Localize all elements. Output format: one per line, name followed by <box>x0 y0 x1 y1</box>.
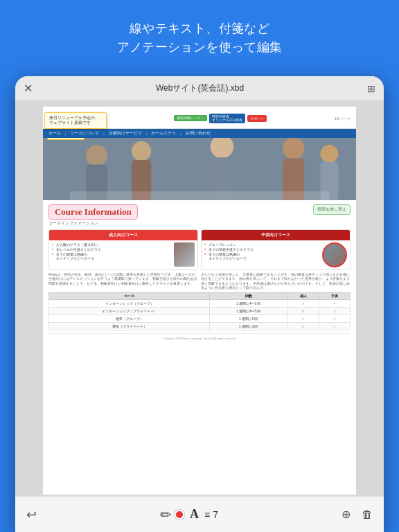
table-header-adult: 成人 <box>287 293 319 300</box>
child-list-item-1: グループレッスン <box>204 242 320 247</box>
table-cell-adult: ○ <box>287 308 319 315</box>
stamp-icon[interactable]: ⊕ <box>342 508 351 521</box>
screen-swap-annotation[interactable]: 画面を差し替え <box>313 204 351 215</box>
table-cell-child: ○ <box>319 315 350 323</box>
back-button[interactable]: ↩ <box>26 507 37 522</box>
adult-course-header: 成人向けコース <box>49 230 197 240</box>
table-row: 通常（グループ） 1 週間に5 回 ○ ○ <box>48 315 350 323</box>
close-button[interactable]: ✕ <box>24 82 33 95</box>
penta-bonus-button[interactable]: PENTA特典 オリジナルCD+特典 <box>209 114 245 123</box>
pen-icon[interactable]: ✏ <box>160 506 172 523</box>
app-background: 線やテキスト、付箋など アノテーションを使って編集 ✕ Webサイト(英会話).… <box>0 0 399 68</box>
pdf-page: 来月リニューアル予定の ウェブサイト原稿です PENTA LANGUAGE SC… <box>43 107 356 495</box>
course-cards: 成人向けコース 少人数のクラス（最大3人） 全レベルの生徒さとのクラス 全ての授… <box>48 229 351 270</box>
annotation-count: ≡ 7 <box>204 509 218 520</box>
table-header-frequency: 回数 <box>210 293 287 300</box>
page-number: 1/1 ページ <box>335 116 351 121</box>
count-number: 7 <box>213 509 218 520</box>
table-row: インターンシップ（プライベート） 1 週間に4〜5 回 ○ × <box>48 308 350 315</box>
heading-line1: 線やテキスト、付箋など <box>14 19 385 38</box>
fullscreen-icon[interactable]: ⊞ <box>367 83 375 94</box>
adult-course-card: 成人向けコース 少人数のクラス（最大3人） 全レベルの生徒さとのクラス 全ての授… <box>48 229 198 270</box>
table-cell-child: ○ <box>319 323 350 330</box>
child-course-card: 子供向けコース グループレッスン 全ての学校生徒さとのクラス 全ての授業は熟練の… <box>201 229 351 270</box>
course-section: Course Information コースインフォメーション 画面を差し替え <box>43 200 356 347</box>
bottom-toolbar: ↩ ✏ A ≡ 7 ⊕ 🗑 <box>15 496 384 532</box>
heading-line2: アノテーションを使って編集 <box>14 38 385 57</box>
svg-point-2 <box>86 145 107 166</box>
table-cell-course: 通常（プライベート） <box>48 323 209 330</box>
svg-point-8 <box>283 138 304 159</box>
course-title-block: Course Information コースインフォメーション 画面を差し替え <box>48 204 351 227</box>
screen-swap-text: 画面を差し替え <box>317 207 346 211</box>
document-content: 来月リニューアル予定の ウェブサイト原稿です PENTA LANGUAGE SC… <box>15 101 384 496</box>
course-title: Course Information <box>55 206 132 217</box>
table-cell-adult: ○ <box>287 300 319 308</box>
adult-list-item-1: 少人数のクラス（最大3人） <box>52 242 172 247</box>
child-list-item-3: 全ての授業は熟練のネイティブスピーカーで <box>204 252 320 260</box>
desc-left: Pentaは、現代の社会、経済、政治といった話題に基準を意識した学習行うです。上… <box>48 273 198 290</box>
adult-list-item-2: 全レベルの生徒さとのクラス <box>52 247 172 251</box>
svg-point-4 <box>132 141 151 161</box>
tablet-frame: ✕ Webサイト(英会話).xbd ⊞ 来月リニューアル予定の ウェブサイト原稿… <box>15 76 384 532</box>
nav-homestay[interactable]: ホームステイ <box>151 131 176 136</box>
description-columns: Pentaは、現代の社会、経済、政治といった話題に基準を意識した学習行うです。上… <box>48 273 351 290</box>
child-course-body: グループレッスン 全ての学校生徒さとのクラス 全ての授業は熟練のネイティブスピー… <box>202 240 350 269</box>
course-title-highlight: Course Information <box>48 204 138 220</box>
table-cell-adult: ○ <box>287 315 319 323</box>
child-course-list: グループレッスン 全ての学校生徒さとのクラス 全ての授業は熟練のネイティブスピー… <box>204 242 320 267</box>
table-row: インターンシップ（グループ） 1 週間に4〜5 回 ○ × <box>48 300 350 308</box>
pdf-footer: Copyright 2018 Penta Language School. Al… <box>48 333 351 343</box>
table-cell-course: インターンシップ（グループ） <box>48 300 209 308</box>
svg-rect-12 <box>70 191 330 200</box>
nav-courses[interactable]: コースについて <box>70 131 99 136</box>
trash-icon[interactable]: 🗑 <box>362 508 373 521</box>
font-change-annotation[interactable]: フォントを変更 <box>47 138 85 140</box>
table-cell-course: 通常（グループ） <box>48 315 209 323</box>
sticky-note-text: 来月リニューアル予定の ウェブサイト原稿です <box>49 116 95 125</box>
child-course-image <box>322 242 347 267</box>
support-badge: サポート <box>247 115 267 122</box>
table-cell-course: インターンシップ（プライベート） <box>48 308 209 315</box>
table-header-course: コース <box>48 293 209 300</box>
toolbar-center: ✏ A ≡ 7 <box>160 506 218 523</box>
hero-image: フォントを変更 <box>43 138 356 200</box>
table-cell-adult: ○ <box>287 323 319 330</box>
nav-home[interactable]: ホーム <box>48 131 61 136</box>
table-cell-freq: 1 週間に3 回 <box>210 323 287 330</box>
free-lesson-button[interactable]: 無料体験レッスン <box>174 115 207 121</box>
table-cell-child: × <box>319 308 350 315</box>
pen-tool-area: ✏ <box>160 506 184 523</box>
nav-corporate[interactable]: 企業向けサービス <box>109 131 142 136</box>
document-title: Webサイト(英会話).xbd <box>156 82 244 94</box>
course-subtitle-ja: コースインフォメーション <box>48 220 351 227</box>
sticky-note-annotation[interactable]: 来月リニューアル予定の ウェブサイト原稿です <box>44 112 107 129</box>
navigation-bar: ホーム | コースについて | 企業向けサービス | ホームステイ | お問い合… <box>43 129 356 138</box>
child-list-item-2: 全ての学校生徒さとのクラス <box>204 247 320 251</box>
course-table: コース 回数 成人 子供 インターンシップ（グループ） <box>48 292 351 330</box>
table-row: 通常（プライベート） 1 週間に3 回 ○ ○ <box>48 323 350 330</box>
title-bar: ✕ Webサイト(英会話).xbd ⊞ <box>15 76 384 101</box>
adult-course-list: 少人数のクラス（最大3人） 全レベルの生徒さとのクラス 全ての授業は熟練のネイテ… <box>52 242 172 267</box>
top-heading: 線やテキスト、付箋など アノテーションを使って編集 <box>0 0 399 68</box>
hero-svg <box>43 138 356 200</box>
text-tool-button[interactable]: A <box>190 507 199 522</box>
table-cell-freq: 1 週間に4〜5 回 <box>210 308 287 315</box>
adult-course-body: 少人数のクラス（最大3人） 全レベルの生徒さとのクラス 全ての授業は熟練のネイテ… <box>49 240 197 269</box>
table-cell-freq: 1 週間に5 回 <box>210 315 287 323</box>
table-header-child: 子供 <box>319 293 350 300</box>
table-cell-child: × <box>319 300 350 308</box>
header-buttons: 無料体験レッスン PENTA特典 オリジナルCD+特典 サポート <box>174 114 267 123</box>
adult-list-item-3: 全ての授業は熟練のネイティブスピーカーで <box>52 252 172 260</box>
desc-right: 少なりなく外国を学ぶと、天英者に経験できることがす。他の教者は外ティブと同じもの… <box>201 273 351 290</box>
color-picker-dot[interactable] <box>175 510 184 520</box>
toolbar-right: ⊕ 🗑 <box>342 508 373 521</box>
adult-course-image <box>174 242 195 267</box>
svg-point-10 <box>320 145 338 163</box>
table-cell-freq: 1 週間に4〜5 回 <box>210 300 287 308</box>
document-window: ✕ Webサイト(英会話).xbd ⊞ 来月リニューアル予定の ウェブサイト原稿… <box>15 76 384 532</box>
child-course-header: 子供向けコース <box>202 230 350 240</box>
nav-contact[interactable]: お問い合わせ <box>186 131 211 136</box>
pdf-view: 来月リニューアル予定の ウェブサイト原稿です PENTA LANGUAGE SC… <box>15 101 384 496</box>
